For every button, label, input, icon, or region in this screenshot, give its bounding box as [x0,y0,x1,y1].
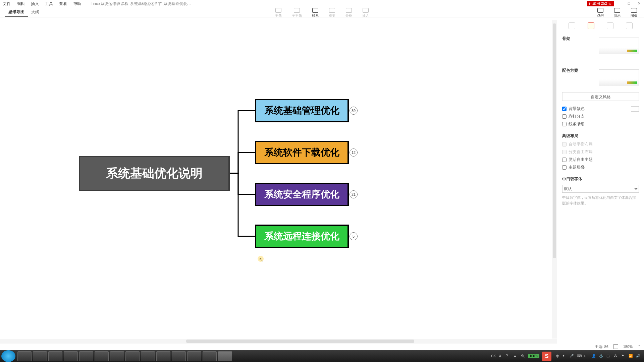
tray-icon[interactable]: □ [584,354,589,359]
tray-icon[interactable]: ✦ [562,354,567,359]
windows-taskbar: CK ⚙ ? ▲ 🔌 100% S 中 ✦ 🎤 ⌨ □ 👤 ⚓ ⬚ ⁂ ⚑ 📶 … [0,350,644,362]
cjkfont-hint: 中日韩字体，设置后将优化与西文字体混合排版的字体效果。 [562,195,639,206]
tray-bluetooth-icon[interactable]: ⁂ [614,354,619,359]
collapse-badge[interactable]: 39 [350,107,358,115]
collapse-badge[interactable]: 12 [350,148,358,157]
freeform-option: 分支自由布局 [562,149,639,155]
taskbar-item[interactable] [203,351,217,361]
taskbar-item[interactable] [79,351,93,361]
taskbar-item[interactable] [172,351,186,361]
taskbar-item[interactable] [156,351,170,361]
mindmap-child-node[interactable]: 系统基础管理优化39 [255,99,349,122]
tray-mic-icon[interactable]: 🎤 [570,354,574,359]
horizontal-scrollbar[interactable] [0,339,557,344]
overlap-option[interactable]: 主题层叠 [562,165,639,170]
tool-topic[interactable]: 主题 [275,8,282,18]
taskbar-item[interactable] [110,351,124,361]
menu-tools[interactable]: 工具 [45,1,53,7]
taskbar-item[interactable] [187,351,201,361]
sogou-ime-icon[interactable]: S [542,352,551,361]
collapse-badge[interactable]: 5 [350,232,358,240]
minimize-button[interactable]: — [614,0,624,7]
bgcolor-checkbox[interactable] [562,107,567,111]
tab-outline[interactable]: 大纲 [28,8,43,16]
bgcolor-swatch[interactable] [631,106,639,112]
tray-wifi-icon[interactable]: 📶 [629,354,633,359]
panel-tab-notes-icon[interactable] [626,22,633,29]
map-icon [631,8,637,13]
start-button[interactable] [1,350,15,362]
mouse-cursor [259,256,264,262]
tray-icon[interactable]: ⚑ [621,354,626,359]
tray-icon[interactable]: 👤 [592,354,596,359]
mindmap-root-node[interactable]: 系统基础优化说明 [79,156,230,191]
custom-style-button[interactable]: 自定义风格 [562,92,639,101]
menu-help[interactable]: 帮助 [73,1,81,7]
zoom-level[interactable]: 150% [623,345,633,349]
rainbow-checkbox[interactable] [562,114,567,119]
menu-edit[interactable]: 编辑 [17,1,25,7]
scrollbar-thumb[interactable] [553,23,556,258]
tray-icon[interactable]: ⌨ [577,354,582,359]
menu-file[interactable]: 文件 [3,1,11,7]
flextopic-option[interactable]: 灵活自由主题 [562,157,639,163]
tool-subtopic[interactable]: 子主题 [292,8,302,18]
close-button[interactable]: ✕ [634,0,644,7]
overlap-checkbox[interactable] [562,165,567,170]
panel-tab-style-icon[interactable] [569,22,575,29]
rainbow-option[interactable]: 彩虹分支 [562,114,639,119]
taskbar-item[interactable] [48,351,62,361]
tab-mindmap[interactable]: 思维导图 [5,8,28,17]
cjkfont-select[interactable]: 默认 [562,185,639,193]
taskbar-item-active[interactable] [218,351,232,361]
vertical-scrollbar[interactable] [552,20,557,339]
tapered-checkbox[interactable] [562,122,567,126]
scrollbar-thumb[interactable] [186,340,414,343]
document-title: Linux系统运维班课程-系统基础优化章节-系统基础优化... [91,1,191,7]
tool-zen[interactable]: ZEN [597,8,604,18]
tray-icon[interactable]: ▲ [513,354,518,359]
skeleton-preview[interactable] [599,38,639,54]
tool-insert[interactable]: 插入 [362,8,369,18]
collapse-badge[interactable]: 21 [350,190,358,198]
mindmap-canvas[interactable]: 系统基础优化说明 系统基础管理优化39 系统软件下载优化12 系统安全程序优化2… [0,18,557,340]
bgcolor-option[interactable]: 背景颜色 [562,106,639,112]
tool-present[interactable]: 演示 [614,8,621,18]
tray-plug-icon[interactable]: 🔌 [521,354,525,359]
tray-volume-icon[interactable]: 🔊 [636,354,641,359]
taskbar-item[interactable] [95,351,109,361]
tool-boundary[interactable]: 外框 [345,8,352,18]
tray-icon[interactable]: ? [506,354,511,359]
maximize-button[interactable]: □ [624,0,634,7]
mindmap-child-node[interactable]: 系统安全程序优化21 [255,183,349,206]
tool-summary[interactable]: 概要 [329,8,335,18]
overlap-label: 主题层叠 [569,165,585,170]
menu-view[interactable]: 查看 [59,1,67,7]
tray-lang[interactable]: CK [491,354,496,358]
tray-icon[interactable]: ⚓ [599,354,604,359]
tool-relation[interactable]: 联系 [312,8,319,18]
tapered-option[interactable]: 线条渐细 [562,121,639,127]
flextopic-checkbox[interactable] [562,158,567,162]
tray-icon[interactable]: ⚙ [498,354,503,359]
taskbar-item[interactable] [33,351,47,361]
colorscheme-preview[interactable] [599,69,639,86]
fit-icon[interactable] [613,344,618,349]
mindmap-child-node[interactable]: 系统远程连接优化5 [255,225,349,248]
panel-tab-info-icon[interactable] [607,22,613,29]
zoom-dropdown-icon[interactable]: ⌃ [638,345,641,349]
mindmap-child-node[interactable]: 系统软件下载优化12 [255,141,349,164]
tray-icon[interactable]: ⬚ [606,354,611,359]
trial-badge[interactable]: 已试用 252 天 [587,1,614,6]
tool-map[interactable]: 图板 [631,8,637,18]
tray-battery[interactable]: 100% [528,354,539,358]
zen-icon [597,8,603,13]
panel-tab-format-icon[interactable] [588,22,594,29]
taskbar-item[interactable] [125,351,140,361]
tray-ime[interactable]: 中 [556,354,559,359]
menu-insert[interactable]: 插入 [31,1,39,7]
taskbar-item[interactable] [64,351,78,361]
taskbar-item[interactable] [141,351,155,361]
taskbar-item[interactable] [17,351,32,361]
node-label: 系统软件下载优化 [264,146,339,159]
